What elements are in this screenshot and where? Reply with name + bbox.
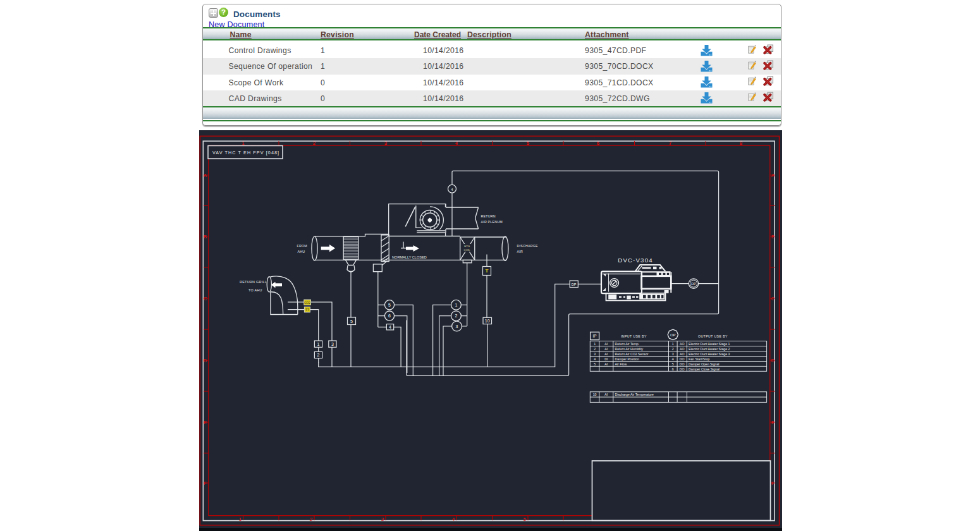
svg-text:Air Flow: Air Flow [615, 362, 627, 366]
svg-text:AI: AI [604, 393, 608, 396]
svg-text:OUTPUT USE BY: OUTPUT USE BY [698, 334, 728, 338]
svg-text:DISCHARGE: DISCHARGE [517, 244, 539, 248]
svg-text:2: 2 [313, 140, 316, 146]
svg-text:DI: DI [604, 357, 608, 361]
svg-text:TT: TT [305, 308, 309, 312]
svg-text:1: 1 [242, 140, 245, 146]
svg-text:A: A [204, 173, 207, 178]
svg-text:E: E [204, 420, 207, 425]
svg-text:DO: DO [680, 367, 685, 371]
svg-text:2: 2 [317, 353, 320, 357]
svg-text:INPUT USE BY: INPUT USE BY [621, 334, 647, 338]
svg-text:4: 4 [455, 140, 458, 146]
svg-text:6: 6 [388, 314, 391, 318]
svg-text:AI: AI [604, 342, 608, 346]
svg-text:C: C [771, 296, 775, 302]
svg-text:A: A [771, 173, 775, 178]
svg-text:HTG: HTG [464, 245, 470, 248]
svg-text:1: 1 [594, 342, 596, 346]
svg-text:AIR: AIR [517, 250, 523, 253]
svg-text:B: B [771, 234, 775, 240]
svg-text:DO: DO [680, 362, 685, 366]
svg-text:1: 1 [317, 342, 320, 346]
svg-text:4: 4 [672, 357, 674, 361]
svg-text:RETURN GRILL: RETURN GRILL [240, 280, 267, 284]
svg-text:NORMALLY CLOSED: NORMALLY CLOSED [392, 255, 427, 259]
svg-text:F: F [204, 480, 207, 486]
svg-text:COIL: COIL [464, 248, 471, 252]
svg-text:DO: DO [680, 357, 685, 361]
svg-text:T: T [486, 268, 489, 274]
svg-text:3: 3 [331, 342, 334, 346]
svg-text:2: 2 [672, 347, 674, 351]
svg-text:6: 6 [672, 367, 674, 371]
svg-text:D: D [204, 358, 207, 363]
svg-text:AHU: AHU [298, 250, 305, 253]
svg-text:CO2: CO2 [304, 302, 310, 305]
svg-text:2: 2 [310, 516, 313, 522]
svg-text:Return Air Humidity: Return Air Humidity [615, 347, 644, 351]
svg-text:IP: IP [593, 334, 597, 338]
svg-text:DVC-V304: DVC-V304 [618, 257, 652, 264]
svg-text:5: 5 [672, 362, 674, 366]
svg-text:3: 3 [381, 516, 384, 522]
svg-text:4: 4 [594, 357, 596, 361]
svg-text:Damper Open Signal: Damper Open Signal [689, 362, 719, 366]
svg-text:TO AHU: TO AHU [248, 288, 262, 292]
svg-text:2: 2 [594, 347, 596, 351]
svg-text:AO: AO [680, 342, 685, 346]
svg-text:Return Air CO2 Sensor: Return Air CO2 Sensor [615, 352, 649, 356]
svg-text:3: 3 [456, 324, 458, 329]
svg-text:OP: OP [670, 333, 676, 337]
svg-text:4: 4 [389, 325, 391, 329]
svg-text:3: 3 [594, 352, 596, 356]
svg-text:AI: AI [604, 347, 608, 351]
svg-text:Electric Duct Heater Stage 1: Electric Duct Heater Stage 1 [689, 342, 730, 346]
svg-text:DP: DP [572, 283, 577, 286]
svg-text:1: 1 [239, 516, 242, 522]
svg-text:Damper Close Signal: Damper Close Signal [689, 367, 720, 371]
svg-text:1: 1 [672, 342, 674, 346]
svg-text:5: 5 [524, 516, 527, 522]
svg-text:5: 5 [388, 303, 391, 307]
svg-text:AO: AO [680, 352, 685, 356]
svg-text:RETURN: RETURN [481, 214, 496, 218]
svg-text:3: 3 [384, 140, 388, 146]
svg-text:5: 5 [594, 362, 596, 366]
svg-text:E: E [771, 420, 775, 425]
svg-text:7: 7 [669, 140, 672, 146]
svg-text:10: 10 [485, 319, 490, 323]
svg-text:Electric Duct Heater Stage 3: Electric Duct Heater Stage 3 [689, 352, 730, 356]
svg-text:5: 5 [350, 319, 353, 324]
svg-text:4: 4 [452, 516, 455, 522]
svg-text:6: 6 [597, 140, 600, 146]
svg-text:VAV THC T EH FPV [048]: VAV THC T EH FPV [048] [212, 150, 279, 156]
svg-text:Return Air Temp.: Return Air Temp. [615, 342, 640, 346]
svg-text:FROM: FROM [297, 244, 307, 248]
svg-text:8: 8 [740, 140, 743, 146]
svg-text:Damper Position: Damper Position [615, 357, 639, 361]
svg-text:3: 3 [672, 352, 674, 356]
svg-text:5: 5 [527, 140, 530, 146]
svg-text:Fan Start/Stop: Fan Start/Stop [689, 357, 710, 361]
svg-text:B: B [204, 234, 207, 240]
svg-text:F: F [771, 480, 775, 486]
svg-text:1: 1 [455, 303, 457, 307]
svg-text:D: D [771, 358, 775, 363]
svg-text:C: C [204, 296, 207, 302]
svg-text:2: 2 [455, 314, 457, 318]
svg-text:AI: AI [604, 352, 608, 356]
svg-text:AO: AO [680, 347, 685, 351]
svg-text:AI: AI [604, 362, 608, 366]
svg-text:DP: DP [691, 282, 696, 286]
svg-text:Discharge Air Temperature: Discharge Air Temperature [615, 393, 654, 396]
svg-text:AIR PLENUM: AIR PLENUM [481, 220, 503, 224]
svg-text:Electric Duct Heater Stage 2: Electric Duct Heater Stage 2 [689, 347, 730, 351]
svg-text:10: 10 [593, 393, 597, 396]
